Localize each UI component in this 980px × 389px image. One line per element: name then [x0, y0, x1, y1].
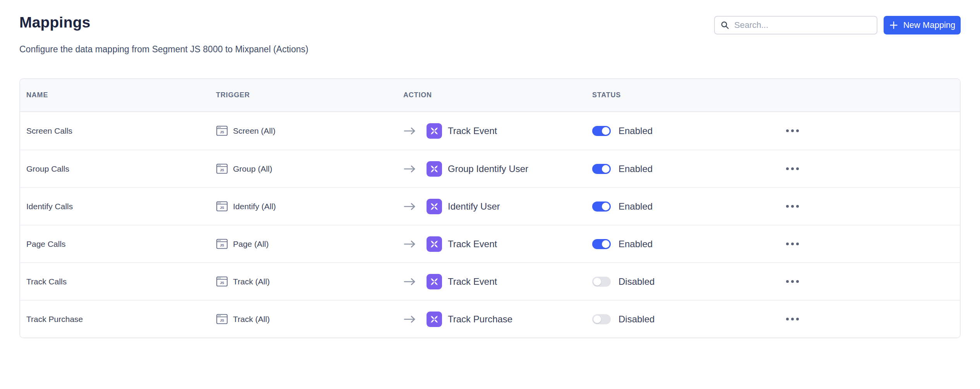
ellipsis-icon	[786, 280, 789, 283]
js-source-icon: JS	[216, 200, 228, 212]
table-row: Group Calls JS Group (All)	[20, 150, 960, 187]
status-toggle[interactable]	[592, 239, 611, 249]
table-row: Page Calls JS Page (All)	[20, 225, 960, 262]
js-source-icon: JS	[216, 125, 228, 137]
ellipsis-icon	[786, 205, 789, 208]
status-toggle[interactable]	[592, 126, 611, 136]
row-menu-button[interactable]	[784, 201, 801, 212]
mapping-action: Track Event	[448, 239, 497, 250]
table-row: Screen Calls JS Screen (All)	[20, 112, 960, 150]
mapping-name: Track Calls	[26, 277, 67, 286]
status-label: Enabled	[618, 201, 653, 212]
arrow-right-icon	[403, 239, 416, 249]
svg-text:JS: JS	[220, 168, 224, 172]
status-toggle[interactable]	[592, 164, 611, 174]
search-box[interactable]	[714, 16, 877, 34]
ellipsis-icon	[786, 243, 789, 245]
table-row: Track Purchase JS Track (All)	[20, 300, 960, 337]
new-mapping-label: New Mapping	[903, 20, 956, 30]
status-label: Disabled	[618, 276, 654, 287]
svg-text:JS: JS	[220, 206, 224, 210]
js-source-icon: JS	[216, 163, 228, 175]
mapping-name: Identify Calls	[26, 202, 73, 211]
row-menu-button[interactable]	[784, 314, 801, 324]
svg-text:JS: JS	[220, 130, 224, 134]
row-menu-button[interactable]	[784, 164, 801, 174]
ellipsis-icon	[786, 167, 789, 170]
table-header-row: NAME TRIGGER ACTION STATUS	[20, 79, 960, 112]
mixpanel-icon	[427, 199, 442, 214]
arrow-right-icon	[403, 126, 416, 136]
mapping-trigger: Screen (All)	[233, 126, 276, 136]
mapping-name: Group Calls	[26, 164, 69, 174]
svg-text:JS: JS	[220, 281, 224, 285]
mapping-action: Group Identify User	[448, 164, 528, 174]
table-body: Screen Calls JS Screen (All)	[20, 112, 960, 337]
mapping-action: Track Event	[448, 276, 497, 287]
mixpanel-icon	[427, 161, 442, 177]
ellipsis-icon	[786, 318, 789, 320]
row-menu-button[interactable]	[784, 239, 801, 249]
mapping-trigger: Track (All)	[233, 315, 270, 324]
status-toggle[interactable]	[592, 201, 611, 212]
row-menu-button[interactable]	[784, 126, 801, 136]
svg-text:JS: JS	[220, 243, 224, 247]
arrow-right-icon	[403, 164, 416, 174]
status-toggle[interactable]	[592, 277, 611, 287]
search-input[interactable]	[734, 20, 871, 30]
mapping-name: Page Calls	[26, 239, 66, 249]
search-icon	[720, 21, 730, 30]
status-label: Enabled	[618, 164, 653, 174]
mapping-action: Track Purchase	[448, 314, 512, 325]
mapping-action: Track Event	[448, 126, 497, 136]
plus-icon	[889, 21, 898, 30]
mapping-trigger: Group (All)	[233, 164, 272, 174]
arrow-right-icon	[403, 315, 416, 324]
svg-text:JS: JS	[220, 318, 224, 322]
mappings-page: Mappings Configure the data mapping from…	[0, 0, 980, 389]
mapping-name: Track Purchase	[26, 315, 83, 324]
arrow-right-icon	[403, 202, 416, 211]
table-row: Identify Calls JS Identify (All)	[20, 187, 960, 225]
mapping-trigger: Identify (All)	[233, 202, 276, 211]
mixpanel-icon	[427, 312, 442, 327]
mixpanel-icon	[427, 236, 442, 252]
ellipsis-icon	[786, 129, 789, 132]
status-label: Disabled	[618, 314, 654, 325]
page-subtitle: Configure the data mapping from Segment …	[19, 44, 308, 55]
status-label: Enabled	[618, 239, 653, 250]
column-header-trigger: TRIGGER	[214, 91, 400, 99]
mapping-trigger: Track (All)	[233, 277, 270, 286]
status-label: Enabled	[618, 126, 653, 136]
column-header-name: NAME	[20, 91, 214, 99]
mapping-action: Identify User	[448, 201, 500, 212]
column-header-action: ACTION	[400, 91, 588, 99]
table-row: Track Calls JS Track (All)	[20, 262, 960, 300]
column-header-status: STATUS	[588, 91, 762, 99]
mapping-name: Screen Calls	[26, 126, 72, 136]
js-source-icon: JS	[216, 313, 228, 325]
arrow-right-icon	[403, 277, 416, 286]
mappings-table: NAME TRIGGER ACTION STATUS Screen Calls …	[19, 78, 961, 338]
js-source-icon: JS	[216, 275, 228, 287]
row-menu-button[interactable]	[784, 276, 801, 287]
page-title: Mappings	[19, 14, 91, 31]
js-source-icon: JS	[216, 238, 228, 250]
new-mapping-button[interactable]: New Mapping	[884, 16, 961, 34]
mixpanel-icon	[427, 274, 442, 289]
status-toggle[interactable]	[592, 314, 611, 324]
mapping-trigger: Page (All)	[233, 239, 269, 249]
mixpanel-icon	[427, 123, 442, 139]
